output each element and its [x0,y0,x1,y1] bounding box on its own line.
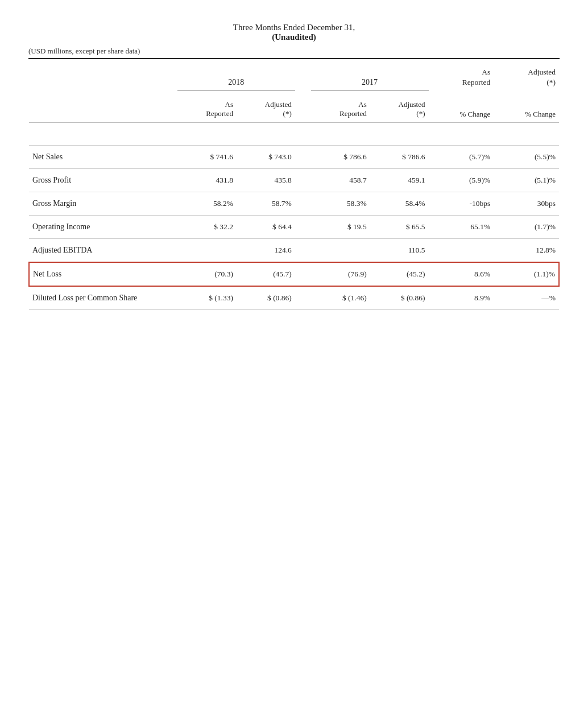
row-val5-0: (5.7)% [429,146,494,169]
row-val4-6: $ (0.86) [370,286,429,310]
year-2018-header: 2018 [177,61,295,90]
row-label-6: Diluted Loss per Common Share [29,286,177,310]
header-subtitle: (Unaudited) [28,32,560,42]
row-label-2: Gross Margin [29,192,177,216]
row-val2-6: $ (0.86) [237,286,295,310]
row-val1-0: $ 741.6 [177,146,237,169]
sub-header-pct-change-1: % Change [429,98,494,123]
data-row-3: Operating Income $ 32.2 $ 64.4 $ 19.5 $ … [29,216,559,239]
row-val6-6: —% [494,286,559,310]
row-val5-1: (5.9)% [429,169,494,192]
highlighted-data-row: Net Loss (70.3) (45.7) (76.9) (45.2) 8.6… [29,262,559,286]
row-val2-4: 124.6 [237,239,295,263]
header-section: Three Months Ended December 31, (Unaudit… [28,23,560,42]
row-val1-1: 431.8 [177,169,237,192]
row-val3-0: $ 786.6 [311,146,370,169]
sub-header-label [29,98,177,123]
row-val3-3: $ 19.5 [311,216,370,239]
row-val2-3: $ 64.4 [237,216,295,239]
row-val5-3: 65.1% [429,216,494,239]
sub-header-pct-change-2: % Change [494,98,559,123]
row-val1-3: $ 32.2 [177,216,237,239]
row-val5-2: -10bps [429,192,494,216]
row-val4-3: $ 65.5 [370,216,429,239]
row-val4-0: $ 786.6 [370,146,429,169]
year-2017-header: 2017 [311,61,429,90]
row-val3-2: 58.3% [311,192,370,216]
empty-header [29,61,177,90]
row-label-4: Adjusted EBITDA [29,239,177,263]
row-val4-4: 110.5 [370,239,429,263]
row-val6-3: (1.7)% [494,216,559,239]
usd-note: (USD millions, except per share data) [28,47,560,56]
data-row-0: Net Sales $ 741.6 $ 743.0 $ 786.6 $ 786.… [29,146,559,169]
row-val2-0: $ 743.0 [237,146,295,169]
row-val6-0: (5.5)% [494,146,559,169]
blank-spacer-row [29,123,559,146]
row-val5-6: 8.9% [429,286,494,310]
sub-header-adjusted-2018: Adjusted(*) [237,98,295,123]
sub-header-as-reported-2018: AsReported [177,98,237,123]
row-val6-5: (1.1)% [494,262,559,286]
row-val3-5: (76.9) [311,262,370,286]
data-row-1: Gross Profit 431.8 435.8 458.7 459.1 (5.… [29,169,559,192]
row-val1-2: 58.2% [177,192,237,216]
row-val4-2: 58.4% [370,192,429,216]
row-val2-5: (45.7) [237,262,295,286]
data-row-2: Gross Margin 58.2% 58.7% 58.3% 58.4% -10… [29,192,559,216]
row-val4-5: (45.2) [370,262,429,286]
row-val3-1: 458.7 [311,169,370,192]
sub-header-as-reported-2017: AsReported [311,98,370,123]
row-val4-1: 459.1 [370,169,429,192]
year-group-header-row: 2018 2017 AsReported Adjusted(*) [29,61,559,90]
sub-header-row: AsReported Adjusted(*) AsReported Adjust… [29,98,559,123]
as-reported-header: AsReported [429,61,494,90]
row-val6-4: 12.8% [494,239,559,263]
header-title: Three Months Ended December 31, [28,23,560,32]
row-val6-1: (5.1)% [494,169,559,192]
row-val1-6: $ (1.33) [177,286,237,310]
row-label-3: Operating Income [29,216,177,239]
row-val6-2: 30bps [494,192,559,216]
row-val5-4 [429,239,494,263]
sub-header-adjusted-2017: Adjusted(*) [370,98,429,123]
row-val1-4 [177,239,237,263]
data-row-4: Adjusted EBITDA 124.6 110.5 12.8% [29,239,559,263]
adjusted-header: Adjusted(*) [494,61,559,90]
row-val3-4 [311,239,370,263]
row-val1-5: (70.3) [177,262,237,286]
spacer-row-1 [29,90,559,98]
row-val3-6: $ (1.46) [311,286,370,310]
row-label-5: Net Loss [29,262,177,286]
data-row-6: Diluted Loss per Common Share $ (1.33) $… [29,286,559,310]
row-val2-2: 58.7% [237,192,295,216]
row-label-1: Gross Profit [29,169,177,192]
row-label-0: Net Sales [29,146,177,169]
row-val5-5: 8.6% [429,262,494,286]
row-val2-1: 435.8 [237,169,295,192]
